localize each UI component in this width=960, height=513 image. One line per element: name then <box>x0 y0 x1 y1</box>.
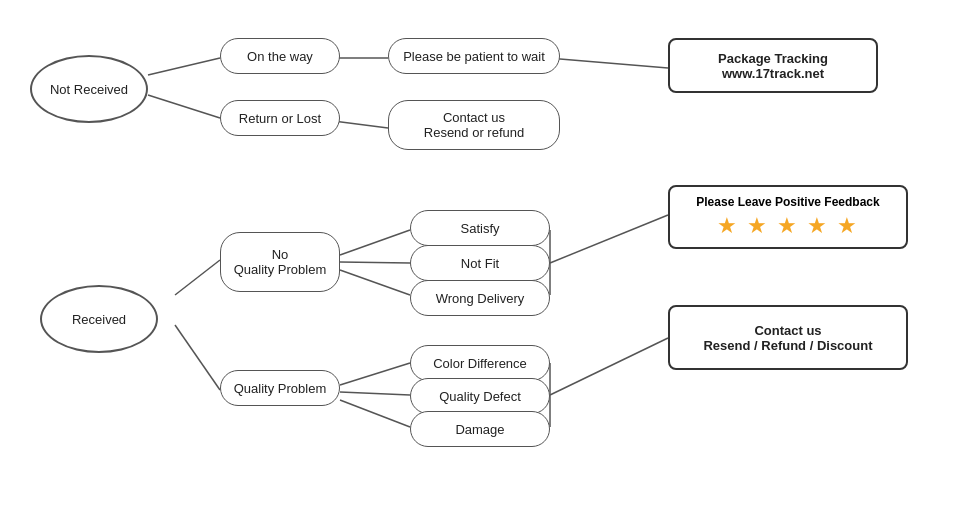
svg-line-1 <box>148 95 220 118</box>
not-received-node: Not Received <box>30 55 148 123</box>
please-leave-feedback-box: Please Leave Positive Feedback ★ ★ ★ ★ ★ <box>668 185 908 249</box>
flowchart-diagram: Not Received On the way Return or Lost P… <box>0 0 960 513</box>
svg-line-6 <box>175 325 220 390</box>
svg-line-11 <box>340 392 410 395</box>
svg-line-8 <box>340 262 410 263</box>
received-node: Received <box>40 285 158 353</box>
color-difference-node: Color Difference <box>410 345 550 381</box>
svg-line-9 <box>340 270 410 295</box>
svg-line-3 <box>548 58 668 68</box>
svg-line-16 <box>550 338 668 395</box>
return-or-lost-node: Return or Lost <box>220 100 340 136</box>
damage-node: Damage <box>410 411 550 447</box>
wrong-delivery-node: Wrong Delivery <box>410 280 550 316</box>
satisfy-node: Satisfy <box>410 210 550 246</box>
quality-problem-node: Quality Problem <box>220 370 340 406</box>
feedback-stars: ★ ★ ★ ★ ★ <box>682 213 894 239</box>
please-be-patient-node: Please be patient to wait <box>388 38 560 74</box>
no-quality-problem-node: No Quality Problem <box>220 232 340 292</box>
feedback-title: Please Leave Positive Feedback <box>682 195 894 209</box>
svg-line-7 <box>340 230 410 255</box>
package-tracking-node: Package Tracking www.17track.net <box>668 38 878 93</box>
svg-line-0 <box>148 58 220 75</box>
contact-us-resend-refund-node: Contact us Resend or refund <box>388 100 560 150</box>
on-the-way-node: On the way <box>220 38 340 74</box>
not-fit-node: Not Fit <box>410 245 550 281</box>
svg-line-14 <box>550 215 668 263</box>
contact-us-resend-refund-discount-node: Contact us Resend / Refund / Discount <box>668 305 908 370</box>
svg-line-5 <box>175 260 220 295</box>
svg-line-10 <box>340 363 410 385</box>
svg-line-12 <box>340 400 410 427</box>
quality-defect-node: Quality Defect <box>410 378 550 414</box>
